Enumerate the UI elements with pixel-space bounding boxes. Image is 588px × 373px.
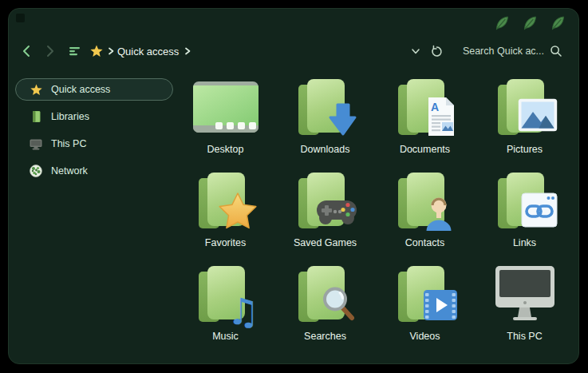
folder-searches-icon [291,264,360,325]
sidebar-item-label: This PC [51,138,86,149]
file-item-links[interactable]: Links [475,171,574,264]
forward-button[interactable] [42,43,58,59]
folder-music-icon: ♫ [191,264,260,325]
leaf-icon [494,14,511,32]
sidebar-item-label: Quick access [51,84,110,95]
file-item-label: Contacts [405,237,444,248]
folder-links-icon [491,171,559,232]
window-controls [494,14,567,32]
file-grid: Desktop Downloads A [176,77,574,358]
search-button[interactable] [548,43,564,59]
file-item-searches[interactable]: Searches [275,264,375,358]
app-icon [16,14,25,22]
globe-icon [29,164,43,178]
folder-documents-icon: A [391,77,460,138]
file-item-label: Pictures [507,144,543,155]
address-dropdown-button[interactable] [408,43,424,59]
magnifier-icon [550,45,562,58]
file-item-label: Saved Games [294,237,357,248]
file-item-favorites[interactable]: Favorites [176,171,275,264]
refresh-icon [430,45,444,58]
chevron-right-icon [107,46,115,57]
window-control-leaf-1[interactable] [494,14,511,32]
file-item-label: Searches [304,331,346,342]
chevron-left-icon [20,44,33,58]
menu-button[interactable] [67,43,83,59]
file-item-this-pc[interactable]: This PC [475,264,574,358]
person-icon [423,194,455,231]
video-film-icon [423,289,458,321]
file-explorer-window: Quick access Search Quick ac... Quick ac… [8,8,579,364]
sidebar-item-libraries[interactable]: Libraries [15,105,173,128]
chevron-right-icon [184,46,191,57]
file-item-label: Downloads [301,144,350,155]
file-item-desktop[interactable]: Desktop [176,77,275,171]
computer-icon [491,264,559,325]
breadcrumb-separator [106,43,116,59]
gamepad-icon [315,195,358,227]
file-item-label: Favorites [205,237,246,248]
file-item-label: Videos [410,331,440,342]
sidebar-item-quick-access[interactable]: Quick access [15,78,173,101]
file-item-music[interactable]: ♫ Music [176,264,275,358]
list-lines-icon [69,45,81,58]
folder-favorites-icon [191,171,260,232]
download-arrow-icon [328,102,358,137]
search-input[interactable]: Search Quick ac... [463,46,544,57]
file-item-contacts[interactable]: Contacts [375,171,475,264]
file-item-pictures[interactable]: Pictures [475,77,574,171]
file-item-label: This PC [507,331,542,342]
file-item-label: Desktop [207,144,244,155]
file-item-label: Links [513,237,536,248]
back-button[interactable] [18,43,34,59]
chevron-down-icon [410,46,421,57]
sidebar-item-label: Network [51,165,88,177]
breadcrumb-quick-access[interactable]: Quick access [117,46,179,58]
star-icon [89,44,104,58]
picture-icon [518,98,558,132]
leaf-icon [550,14,567,32]
breadcrumb-separator[interactable] [183,43,192,59]
title-bar[interactable] [9,9,578,39]
link-icon [521,192,558,228]
folder-videos-icon [391,264,460,325]
chevron-right-icon [44,44,57,58]
pin-favorite-button[interactable] [89,43,105,59]
star-icon [29,82,43,97]
file-item-saved-games[interactable]: Saved Games [275,171,375,264]
window-control-leaf-3[interactable] [550,14,567,32]
navigation-toolbar: Quick access Search Quick ac... [9,39,578,63]
document-page-icon: A [424,96,458,137]
refresh-button[interactable] [429,43,445,59]
svg-text:A: A [431,101,439,113]
desktop-icon [191,77,260,138]
file-item-downloads[interactable]: Downloads [275,77,375,171]
music-note-icon: ♫ [227,293,259,330]
window-control-leaf-2[interactable] [522,14,539,32]
leaf-icon [522,14,539,32]
folder-pictures-icon [491,77,559,138]
folder-saved-games-icon [291,171,360,232]
folder-download-icon [291,77,360,138]
library-book-icon [29,109,43,124]
sidebar-item-label: Libraries [51,111,89,122]
sidebar-item-network[interactable]: Network [15,160,173,182]
file-item-documents[interactable]: A Documents [375,77,475,171]
star-icon [217,191,258,231]
file-item-videos[interactable]: Videos [375,264,475,358]
sidebar: Quick access Libraries This PC Network [9,78,183,187]
monitor-icon [29,137,43,151]
file-item-label: Documents [400,144,450,155]
sidebar-item-this-pc[interactable]: This PC [15,133,173,155]
magnifier-icon [320,285,357,322]
folder-contacts-icon [391,171,460,232]
